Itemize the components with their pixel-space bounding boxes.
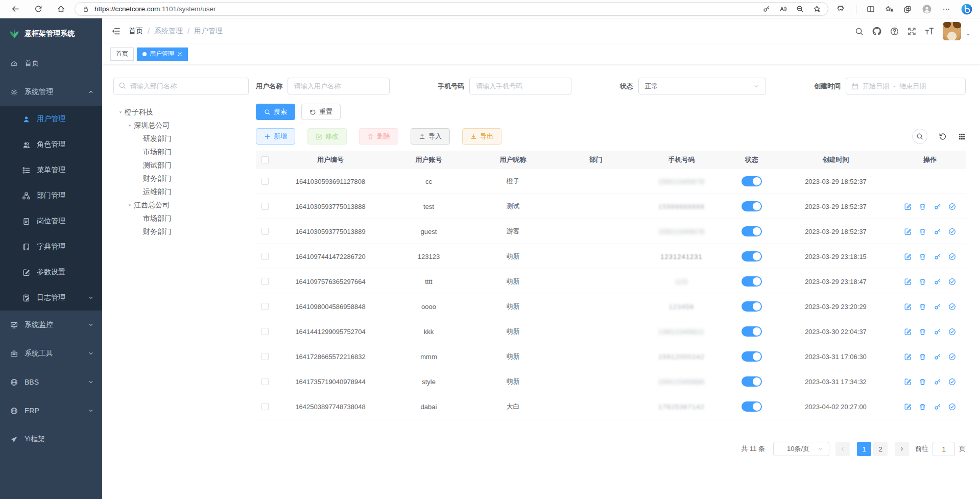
collections-icon[interactable]: [903, 5, 912, 13]
assign-role-check-icon[interactable]: [948, 353, 956, 361]
row-checkbox[interactable]: [261, 178, 269, 185]
avatar-caret-icon[interactable]: [966, 32, 971, 37]
read-aloud-icon[interactable]: [779, 5, 787, 13]
sidebar-item-monitor[interactable]: 系统监控: [0, 311, 102, 339]
tree-node[interactable]: 江西总公司: [113, 199, 249, 212]
tree-expand-caret-icon[interactable]: [126, 203, 134, 208]
reset-password-key-icon[interactable]: [934, 303, 941, 311]
assign-role-check-icon[interactable]: [948, 328, 956, 336]
status-toggle[interactable]: [742, 301, 762, 312]
page-button-2[interactable]: 2: [873, 442, 888, 456]
sidebar-item-yi[interactable]: Yi框架: [0, 425, 102, 454]
page-size-select[interactable]: 10条/页: [773, 442, 829, 456]
search-button[interactable]: 搜索: [256, 104, 295, 120]
status-toggle[interactable]: [742, 251, 762, 262]
favorite-star-icon[interactable]: [813, 5, 821, 13]
sidebar-item-home[interactable]: 首页: [0, 49, 102, 78]
status-toggle[interactable]: [742, 176, 762, 186]
status-toggle[interactable]: [742, 226, 762, 236]
status-toggle[interactable]: [742, 276, 762, 287]
row-checkbox[interactable]: [261, 353, 269, 360]
status-select[interactable]: 正常: [638, 78, 766, 94]
edit-action-icon[interactable]: [904, 403, 912, 411]
assign-role-check-icon[interactable]: [948, 228, 956, 235]
zoom-out-icon[interactable]: [796, 5, 804, 13]
status-toggle[interactable]: [742, 201, 762, 211]
reset-password-key-icon[interactable]: [934, 353, 941, 361]
select-all-checkbox[interactable]: [261, 156, 269, 163]
edit-action-icon[interactable]: [904, 203, 912, 210]
row-checkbox[interactable]: [261, 378, 269, 385]
user-avatar[interactable]: [943, 22, 961, 40]
tree-node[interactable]: 测试部门: [113, 159, 249, 172]
row-checkbox[interactable]: [261, 278, 269, 285]
split-screen-icon[interactable]: [867, 5, 875, 13]
row-checkbox[interactable]: [261, 403, 269, 410]
column-settings-icon[interactable]: [958, 133, 966, 140]
dept-search-input[interactable]: [113, 78, 249, 94]
edit-action-icon[interactable]: [904, 378, 912, 386]
date-range-picker[interactable]: 开始日期 - 结束日期: [846, 78, 966, 94]
edit-action-icon[interactable]: [904, 278, 912, 286]
row-checkbox[interactable]: [261, 203, 269, 210]
search-icon[interactable]: [855, 27, 864, 36]
next-page-button[interactable]: [895, 442, 909, 456]
sidebar-item-param[interactable]: 参数设置: [0, 259, 102, 285]
password-key-icon[interactable]: [762, 5, 770, 13]
reset-password-key-icon[interactable]: [934, 403, 941, 411]
add-button[interactable]: 新增: [256, 128, 295, 145]
delete-action-icon[interactable]: [919, 278, 926, 286]
assign-role-check-icon[interactable]: [948, 253, 956, 260]
tree-node[interactable]: 橙子科技: [113, 106, 249, 119]
reset-password-key-icon[interactable]: [934, 278, 941, 286]
tab-close-icon[interactable]: [177, 52, 182, 57]
edit-button[interactable]: 修改: [307, 128, 347, 145]
sidebar-item-dict[interactable]: 字典管理: [0, 234, 102, 259]
status-toggle[interactable]: [742, 401, 762, 412]
collapse-menu-icon[interactable]: [111, 27, 121, 36]
page-button-1[interactable]: 1: [857, 442, 871, 456]
row-checkbox[interactable]: [261, 228, 269, 235]
status-toggle[interactable]: [742, 351, 762, 362]
assign-role-check-icon[interactable]: [948, 278, 956, 286]
refresh-icon[interactable]: [34, 5, 42, 13]
help-icon[interactable]: [890, 27, 899, 36]
tab-user-management[interactable]: 用户管理: [137, 47, 188, 61]
import-button[interactable]: 导入: [411, 128, 450, 145]
back-icon[interactable]: [11, 5, 20, 13]
breadcrumb-home[interactable]: 首页: [129, 27, 143, 36]
extensions-puzzle-icon[interactable]: [838, 5, 846, 13]
tree-expand-caret-icon[interactable]: [116, 110, 125, 115]
address-bar[interactable]: https://ccnetcore.com:1101/system/user: [75, 2, 828, 16]
reset-password-key-icon[interactable]: [934, 378, 941, 386]
username-input[interactable]: [288, 78, 390, 94]
sidebar-item-user[interactable]: 用户管理: [0, 106, 102, 132]
sidebar-item-dept[interactable]: 部门管理: [0, 183, 102, 208]
sidebar-item-erp[interactable]: ERP: [0, 396, 102, 425]
sidebar-item-system[interactable]: 系统管理: [0, 78, 102, 106]
fullscreen-icon[interactable]: [907, 27, 916, 36]
export-button[interactable]: 导出: [462, 128, 501, 145]
browser-profile-icon[interactable]: [922, 4, 932, 14]
delete-action-icon[interactable]: [919, 303, 926, 311]
goto-page-input[interactable]: [933, 442, 955, 456]
edit-action-icon[interactable]: [904, 353, 912, 361]
tree-node[interactable]: 市场部门: [113, 146, 249, 159]
table-search-icon[interactable]: [912, 129, 927, 144]
tab-home[interactable]: 首页: [110, 47, 134, 61]
delete-action-icon[interactable]: [919, 353, 926, 361]
assign-role-check-icon[interactable]: [948, 203, 956, 210]
row-checkbox[interactable]: [261, 303, 269, 310]
status-toggle[interactable]: [742, 326, 762, 337]
tree-node[interactable]: 运维部门: [113, 185, 249, 199]
row-checkbox[interactable]: [261, 253, 269, 260]
reset-password-key-icon[interactable]: [934, 203, 941, 210]
delete-button[interactable]: 删除: [359, 128, 398, 145]
row-checkbox[interactable]: [261, 328, 269, 335]
tree-node[interactable]: 财务部门: [113, 225, 249, 239]
status-toggle[interactable]: [742, 376, 762, 387]
tree-node[interactable]: 深圳总公司: [113, 119, 249, 132]
tree-node[interactable]: 市场部门: [113, 212, 249, 225]
sidebar-item-menu[interactable]: 菜单管理: [0, 157, 102, 183]
home-icon[interactable]: [57, 5, 65, 13]
